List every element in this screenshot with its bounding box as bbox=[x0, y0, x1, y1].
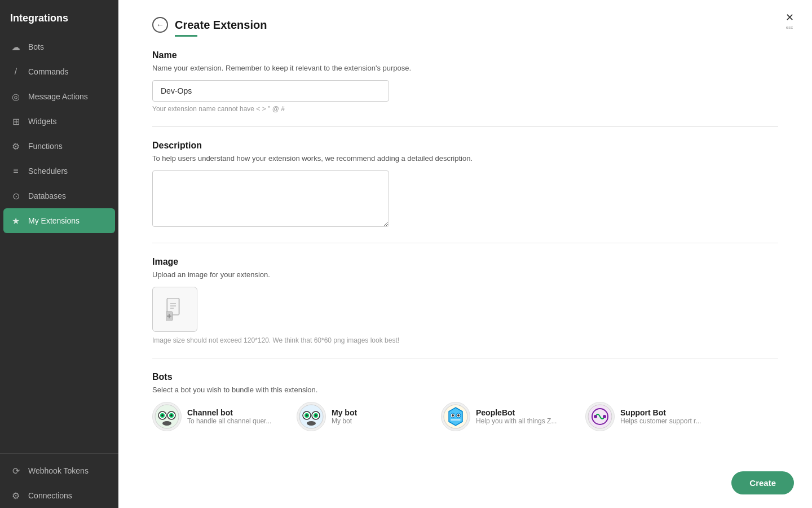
back-button[interactable]: ← bbox=[152, 17, 168, 33]
sidebar-item-label: Databases bbox=[28, 191, 66, 200]
my-bot-info: My bot My bot bbox=[332, 408, 357, 425]
extension-description-textarea[interactable] bbox=[152, 170, 389, 227]
image-section-title: Image bbox=[152, 257, 778, 267]
databases-icon: ⊙ bbox=[10, 190, 21, 202]
sidebar-bottom: ⟳ Webhook Tokens ⚙ Connections bbox=[0, 453, 118, 508]
my-extensions-icon: ★ bbox=[10, 215, 21, 226]
people-bot-info: PeopleBot Help you with all things Z... bbox=[476, 408, 557, 425]
sidebar-item-databases[interactable]: ⊙ Databases bbox=[0, 183, 118, 208]
people-bot-name: PeopleBot bbox=[476, 408, 557, 417]
support-bot-desc: Helps customer support r... bbox=[620, 417, 701, 425]
sidebar-item-functions[interactable]: ⚙ Functions bbox=[0, 134, 118, 159]
sidebar-title: Integrations bbox=[0, 0, 118, 34]
my-bot-desc: My bot bbox=[332, 417, 357, 425]
image-section: Image Upload an image for your extension… bbox=[152, 257, 778, 344]
bots-section-desc: Select a bot you wish to bundle with thi… bbox=[152, 386, 778, 394]
svg-point-15 bbox=[162, 421, 171, 426]
name-input-hint: Your extension name cannot have < > " @ … bbox=[152, 105, 778, 113]
name-section-desc: Name your extension. Remember to keep it… bbox=[152, 64, 778, 72]
description-section: Description To help users understand how… bbox=[152, 141, 778, 229]
channel-bot-avatar bbox=[152, 402, 182, 431]
support-bot-info: Support Bot Helps customer support r... bbox=[620, 408, 701, 425]
modal-header: ← Create Extension bbox=[152, 17, 778, 33]
people-bot-desc: Help you with all things Z... bbox=[476, 417, 557, 425]
modal-panel: ✕ esc ← Create Extension Name Name your … bbox=[118, 0, 812, 508]
commands-icon: / bbox=[10, 66, 21, 77]
my-bot-icon bbox=[299, 404, 324, 429]
name-section-title: Name bbox=[152, 50, 778, 60]
bot-card-my-bot[interactable]: My bot My bot bbox=[297, 402, 432, 431]
channel-bot-desc: To handle all channel quer... bbox=[187, 417, 271, 425]
sidebar-item-label: Message Actions bbox=[28, 92, 88, 101]
image-hint: Image size should not exceed 120*120. We… bbox=[152, 336, 778, 344]
extension-name-input[interactable] bbox=[152, 80, 389, 102]
description-section-title: Description bbox=[152, 141, 778, 151]
esc-label: esc bbox=[786, 25, 793, 30]
bots-section: Bots Select a bot you wish to bundle wit… bbox=[152, 372, 778, 431]
support-bot-name: Support Bot bbox=[620, 408, 701, 417]
message-actions-icon: ◎ bbox=[10, 91, 21, 102]
svg-point-14 bbox=[170, 414, 173, 417]
sidebar-item-connections[interactable]: ⚙ Connections bbox=[0, 483, 118, 508]
bot-card-support-bot[interactable]: Support Bot Helps customer support r... bbox=[585, 402, 721, 431]
sidebar-item-widgets[interactable]: ⊞ Widgets bbox=[0, 109, 118, 134]
bot-card-channel-bot[interactable]: Channel bot To handle all channel quer..… bbox=[152, 402, 288, 431]
channel-bot-info: Channel bot To handle all channel quer..… bbox=[187, 408, 271, 425]
connections-icon: ⚙ bbox=[10, 490, 21, 501]
sidebar-item-bots[interactable]: ☁ Bots bbox=[0, 34, 118, 59]
sidebar-title-text: Integrations bbox=[10, 12, 68, 24]
svg-point-11 bbox=[161, 414, 164, 417]
divider-1 bbox=[152, 126, 778, 127]
svg-point-29 bbox=[457, 414, 460, 417]
sidebar-item-schedulers[interactable]: ≡ Schedulers bbox=[0, 159, 118, 183]
bots-grid: Channel bot To handle all channel quer..… bbox=[152, 402, 778, 431]
sidebar-item-label: Functions bbox=[28, 142, 63, 151]
sidebar-item-label: Widgets bbox=[28, 117, 57, 126]
svg-point-22 bbox=[315, 414, 317, 417]
main-area: ✕ esc ← Create Extension Name Name your … bbox=[118, 0, 812, 508]
bots-section-title: Bots bbox=[152, 372, 778, 382]
sidebar-item-label: My Extensions bbox=[28, 216, 80, 225]
people-bot-avatar bbox=[441, 402, 470, 431]
channel-bot-icon bbox=[155, 404, 179, 429]
sidebar-item-label: Webhook Tokens bbox=[28, 466, 89, 475]
svg-point-23 bbox=[307, 421, 316, 426]
sidebar-item-message-actions[interactable]: ◎ Message Actions bbox=[0, 84, 118, 109]
close-button[interactable]: ✕ esc bbox=[780, 11, 798, 29]
sidebar-item-label: Connections bbox=[28, 491, 72, 500]
support-bot-icon bbox=[588, 404, 612, 429]
divider-2 bbox=[152, 243, 778, 243]
functions-icon: ⚙ bbox=[10, 141, 21, 152]
back-icon: ← bbox=[156, 20, 164, 29]
webhook-tokens-icon: ⟳ bbox=[10, 465, 21, 476]
sidebar-item-label: Bots bbox=[28, 42, 44, 51]
bots-icon: ☁ bbox=[10, 41, 21, 52]
upload-icon bbox=[166, 298, 184, 321]
title-underline bbox=[175, 35, 197, 37]
people-bot-icon bbox=[443, 404, 468, 429]
image-upload-button[interactable] bbox=[152, 287, 197, 332]
channel-bot-name: Channel bot bbox=[187, 408, 271, 417]
schedulers-icon: ≡ bbox=[10, 165, 21, 177]
sidebar: Integrations ☁ Bots / Commands ◎ Message… bbox=[0, 0, 118, 508]
sidebar-item-webhook-tokens[interactable]: ⟳ Webhook Tokens bbox=[0, 458, 118, 483]
widgets-icon: ⊞ bbox=[10, 116, 21, 127]
image-section-desc: Upload an image for your extension. bbox=[152, 270, 778, 279]
description-section-desc: To help users understand how your extens… bbox=[152, 154, 778, 163]
my-bot-avatar bbox=[297, 402, 326, 431]
support-bot-avatar bbox=[585, 402, 615, 431]
svg-point-19 bbox=[306, 414, 308, 417]
svg-point-28 bbox=[452, 414, 454, 417]
svg-point-34 bbox=[603, 415, 606, 418]
svg-point-33 bbox=[594, 415, 597, 418]
my-bot-name: My bot bbox=[332, 408, 357, 417]
divider-3 bbox=[152, 358, 778, 358]
create-button[interactable]: Create bbox=[731, 471, 794, 494]
sidebar-item-my-extensions[interactable]: ★ My Extensions bbox=[3, 208, 115, 233]
bot-card-people-bot[interactable]: PeopleBot Help you with all things Z... bbox=[441, 402, 576, 431]
modal-title: Create Extension bbox=[175, 19, 267, 32]
name-section: Name Name your extension. Remember to ke… bbox=[152, 50, 778, 113]
close-icon: ✕ bbox=[785, 11, 794, 24]
sidebar-item-label: Schedulers bbox=[28, 167, 68, 176]
sidebar-item-commands[interactable]: / Commands bbox=[0, 59, 118, 84]
